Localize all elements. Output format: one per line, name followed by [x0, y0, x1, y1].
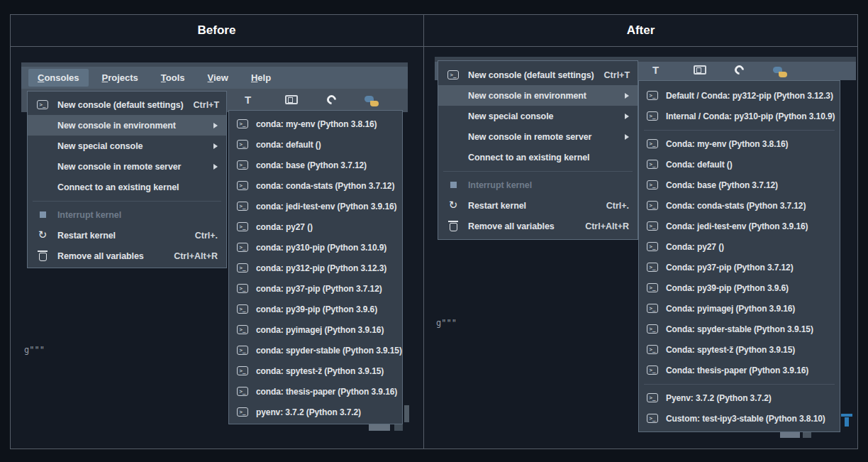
menu-item-icon-slot: >_: [639, 160, 666, 169]
menu-item-conda-default[interactable]: >_Conda: default (): [639, 154, 840, 175]
menu-item-label: Conda: conda-stats (Python 3.7.12): [666, 201, 831, 211]
menu-item-conda-py310-pip-python-3-10-9[interactable]: >_conda: py310-pip (Python 3.10.9): [229, 237, 402, 258]
menu-item-new-console-in-remote-server[interactable]: New console in remote server: [28, 156, 226, 177]
submenu-arrow-icon: [213, 143, 218, 149]
menu-item-new-console-default-settings[interactable]: >_New console (default settings)Ctrl+T: [438, 65, 638, 85]
menu-item-conda-spytest-python-3-9-15[interactable]: >_conda: spytest-ž (Python 3.9.15): [229, 361, 402, 381]
menu-item-conda-default[interactable]: >_conda: default (): [229, 134, 402, 155]
menu-item-conda-spyder-stable-python-3-9-15[interactable]: >_Conda: spyder-stable (Python 3.9.15): [639, 319, 840, 339]
python-icon[interactable]: [365, 96, 379, 106]
menu-item-new-console-in-environment[interactable]: New console in environment: [438, 85, 638, 106]
menu-item-label: Conda: py37-pip (Python 3.7.12): [666, 263, 831, 273]
menubar-item-consoles[interactable]: Consoles: [28, 69, 89, 87]
console-icon: >_: [647, 160, 658, 169]
menu-item-conda-base-python-3-7-12[interactable]: >_Conda: base (Python 3.7.12): [639, 175, 840, 195]
tools-icon[interactable]: [735, 65, 744, 75]
menu-item-conda-conda-stats-python-3-7-12[interactable]: >_conda: conda-stats (Python 3.7.12): [229, 175, 402, 196]
menu-item-custom-test-ipy3-stable-python-3-8-10[interactable]: >_Custom: test-ipy3-stable (Python 3.8.1…: [639, 408, 840, 429]
menu-item-icon-slot: >_: [639, 365, 666, 375]
menu-item-icon-slot: >_: [438, 70, 468, 79]
menu-item-conda-my-env-python-3-8-16[interactable]: >_Conda: my-env (Python 3.8.16): [639, 133, 840, 154]
menu-item-pyenv-3-7-2-python-3-7-2[interactable]: >_pyenv: 3.7.2 (Python 3.7.2): [229, 402, 402, 422]
menu-item-connect-to-an-existing-kernel[interactable]: Connect to an existing kernel: [438, 147, 638, 167]
menu-item-new-console-default-settings[interactable]: >_New console (default settings)Ctrl+T: [28, 94, 226, 115]
menu-item-conda-py37-pip-python-3-7-12[interactable]: >_conda: py37-pip (Python 3.7.12): [229, 278, 402, 299]
menu-item-internal-conda-py310-pip-python-3-10-9[interactable]: >_Internal / Conda: py310-pip (Python 3.…: [639, 106, 840, 126]
menu-item-new-console-in-remote-server[interactable]: New console in remote server: [438, 126, 638, 147]
menu-item-pyenv-3-7-2-python-3-7-2[interactable]: >_Pyenv: 3.7.2 (Python 3.7.2): [639, 387, 840, 408]
menu-item-remove-all-variables[interactable]: Remove all variablesCtrl+Alt+R: [438, 216, 638, 236]
menubar-item-help[interactable]: Help: [242, 69, 280, 87]
menu-item-conda-jedi-test-env-python-3-9-16[interactable]: >_Conda: jedi-test-env (Python 3.9.16): [639, 216, 840, 236]
menu-item-shortcut: Ctrl+T: [194, 100, 219, 110]
layout-icon[interactable]: [285, 95, 298, 104]
menu-item-icon-slot: ↻: [28, 230, 57, 241]
menu-item-new-special-console[interactable]: New special console: [438, 106, 638, 126]
menubar-item-view[interactable]: View: [199, 69, 238, 87]
menu-item-new-console-in-environment[interactable]: New console in environment: [28, 115, 226, 136]
menu-item-restart-kernel[interactable]: ↻Restart kernelCtrl+.: [438, 195, 638, 216]
menu-item-icon-slot: >_: [229, 407, 256, 417]
menu-item-conda-pyimagej-python-3-9-16[interactable]: >_Conda: pyimagej (Python 3.9.16): [639, 298, 840, 319]
console-icon: >_: [237, 243, 248, 252]
menu-item-conda-jedi-test-env-python-3-9-16[interactable]: >_conda: jedi-test-env (Python 3.9.16): [229, 196, 402, 216]
menubar-item-projects[interactable]: Projects: [93, 69, 148, 87]
menu-item-conda-pyimagej-python-3-9-16[interactable]: >_conda: pyimagej (Python 3.9.16): [229, 319, 402, 340]
menu-item-new-special-console[interactable]: New special console: [28, 136, 226, 156]
menu-item-conda-py27[interactable]: >_Conda: py27 (): [639, 236, 840, 257]
trash-icon: [450, 223, 457, 231]
menu-item-restart-kernel[interactable]: ↻Restart kernelCtrl+.: [28, 225, 226, 246]
menu-item-conda-spyder-stable-python-3-9-15[interactable]: >_conda: spyder-stable (Python 3.9.15): [229, 340, 402, 361]
console-icon: >_: [647, 365, 658, 375]
menu-item-conda-thesis-paper-python-3-9-16[interactable]: >_Conda: thesis-paper (Python 3.9.16): [639, 360, 840, 380]
menu-item-icon-slot: >_: [229, 243, 256, 252]
tools-icon[interactable]: [327, 95, 336, 104]
menu-item-conda-py312-pip-python-3-12-3[interactable]: >_conda: py312-pip (Python 3.12.3): [229, 258, 402, 278]
menu-item-conda-py39-pip-python-3-9-6[interactable]: >_Conda: py39-pip (Python 3.9.6): [639, 277, 840, 298]
console-icon: >_: [647, 221, 658, 231]
menu-item-label: Restart kernel: [468, 201, 596, 211]
menu-item-conda-conda-stats-python-3-7-12[interactable]: >_Conda: conda-stats (Python 3.7.12): [639, 195, 840, 216]
submenu-arrow-icon: [213, 123, 218, 128]
after-header: After: [423, 14, 858, 46]
console-icon: >_: [237, 325, 248, 334]
console-icon: >_: [647, 242, 658, 251]
console-icon: >_: [647, 414, 658, 423]
layout-icon-glyph: [694, 65, 706, 75]
python-icon[interactable]: [773, 67, 787, 77]
menu-item-label: conda: spytest-ž (Python 3.9.15): [256, 366, 394, 376]
menu-item-label: Default / Conda: py312-pip (Python 3.12.…: [666, 91, 833, 101]
menu-item-conda-py27[interactable]: >_conda: py27 (): [229, 216, 402, 237]
menu-item-default-conda-py312-pip-python-3-12-3[interactable]: >_Default / Conda: py312-pip (Python 3.1…: [639, 85, 840, 106]
menu-item-remove-all-variables[interactable]: Remove all variablesCtrl+Alt+R: [28, 246, 226, 266]
menu-item-label: Pyenv: 3.7.2 (Python 3.7.2): [666, 393, 831, 403]
menu-item-connect-to-an-existing-kernel[interactable]: Connect to an existing kernel: [28, 177, 226, 197]
menu-item-label: Conda: default (): [666, 160, 831, 170]
menu-item-label: conda: py310-pip (Python 3.10.9): [256, 243, 394, 253]
menu-item-conda-py39-pip-python-3-9-6[interactable]: >_conda: py39-pip (Python 3.9.6): [229, 299, 402, 319]
menu-item-conda-base-python-3-7-12[interactable]: >_conda: base (Python 3.7.12): [229, 155, 402, 175]
menubar-item-tools[interactable]: Tools: [152, 69, 194, 87]
text-icon[interactable]: T: [652, 64, 659, 76]
menu-item-label: Interrupt kernel: [57, 210, 218, 220]
menu-item-icon-slot: ↻: [438, 200, 468, 211]
menu-item-icon-slot: >_: [639, 263, 666, 272]
layout-icon[interactable]: [694, 65, 706, 75]
menu-item-label: conda: conda-stats (Python 3.7.12): [256, 181, 394, 191]
menu-item-label: conda: thesis-paper (Python 3.9.16): [256, 387, 397, 397]
menu-item-conda-thesis-paper-python-3-9-16[interactable]: >_conda: thesis-paper (Python 3.9.16): [229, 381, 402, 402]
menu-separator: [639, 380, 840, 387]
menu-item-label: Conda: spytest-ž (Python 3.9.15): [666, 345, 831, 355]
menu-item-shortcut: Ctrl+.: [606, 201, 629, 211]
menu-item-label: conda: jedi-test-env (Python 3.9.16): [256, 202, 396, 211]
menu-item-conda-my-env-python-3-8-16[interactable]: >_conda: my-env (Python 3.8.16): [229, 114, 402, 134]
menu-item-conda-py37-pip-python-3-7-12[interactable]: >_Conda: py37-pip (Python 3.7.12): [639, 257, 840, 277]
submenu-arrow-icon: [625, 114, 629, 119]
before-consoles-menu: >_New console (default settings)Ctrl+TNe…: [27, 91, 227, 268]
menu-item-conda-spytest-python-3-9-15[interactable]: >_Conda: spytest-ž (Python 3.9.15): [639, 339, 840, 360]
text-icon-glyph: T: [652, 64, 659, 76]
menu-item-label: Remove all variables: [57, 251, 164, 261]
text-icon[interactable]: T: [245, 94, 251, 106]
menu-item-icon-slot: [438, 182, 468, 188]
menubar-item-label: onsoles: [44, 72, 79, 83]
